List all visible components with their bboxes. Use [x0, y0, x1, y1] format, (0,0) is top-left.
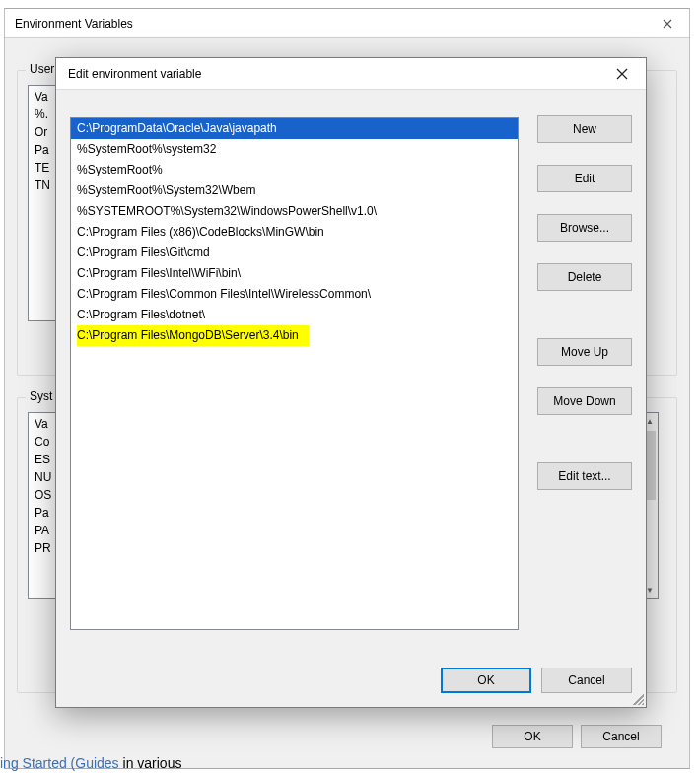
cancel-button[interactable]: Cancel	[541, 668, 632, 693]
env-vars-cancel-button[interactable]: Cancel	[581, 725, 662, 748]
browse-button[interactable]: Browse...	[537, 214, 632, 242]
path-row-highlight-span: C:\Program Files\MongoDB\Server\3.4\bin	[77, 325, 309, 346]
path-row[interactable]: C:\ProgramData\Oracle\Java\javapath	[71, 118, 518, 139]
resize-grip[interactable]	[630, 691, 644, 705]
edit-text-button[interactable]: Edit text...	[537, 462, 632, 490]
new-button[interactable]: New	[537, 115, 632, 143]
path-row[interactable]: C:\Program Files\dotnet\	[71, 305, 518, 325]
path-row[interactable]: C:\Program Files (x86)\CodeBlocks\MinGW\…	[71, 222, 518, 243]
edit-env-var-close-button[interactable]	[606, 63, 638, 85]
move-down-button[interactable]: Move Down	[537, 387, 632, 415]
path-row[interactable]: %SystemRoot%	[71, 160, 518, 180]
env-vars-footer-buttons: OK Cancel	[492, 725, 662, 748]
env-vars-title: Environment Variables	[15, 17, 133, 31]
close-icon	[616, 68, 628, 80]
fragment-link: ing Started (Guides	[0, 755, 119, 771]
env-vars-ok-button[interactable]: OK	[492, 725, 573, 748]
edit-env-var-body: C:\ProgramData\Oracle\Java\javapath %Sys…	[70, 105, 632, 693]
system-vars-label: Syst	[26, 389, 56, 403]
path-row[interactable]: %SystemRoot%\system32	[71, 139, 518, 160]
edit-env-var-titlebar: Edit environment variable	[56, 58, 646, 90]
edit-env-var-dialog: Edit environment variable C:\ProgramData…	[55, 57, 647, 708]
fragment-tail: in various	[119, 755, 182, 771]
user-vars-label: User	[26, 62, 58, 76]
background-text-fragment: ing Started (Guides in various	[0, 755, 181, 771]
path-row[interactable]: %SystemRoot%\System32\Wbem	[71, 180, 518, 201]
env-vars-close-button[interactable]	[654, 14, 681, 34]
env-vars-titlebar: Environment Variables	[5, 9, 689, 38]
close-icon	[663, 19, 672, 29]
edit-env-var-footer-buttons: OK Cancel	[441, 668, 632, 693]
path-row[interactable]: %SYSTEMROOT%\System32\WindowsPowerShell\…	[71, 201, 518, 222]
path-row[interactable]: C:\Program Files\Intel\WiFi\bin\	[71, 263, 518, 284]
path-row[interactable]: C:\Program Files\Common Files\Intel\Wire…	[71, 284, 518, 305]
path-row-highlighted[interactable]: C:\Program Files\MongoDB\Server\3.4\bin	[71, 325, 518, 346]
edit-env-var-title: Edit environment variable	[68, 67, 201, 81]
edit-button[interactable]: Edit	[537, 165, 632, 192]
move-up-button[interactable]: Move Up	[537, 338, 632, 366]
side-buttons: New Edit Browse... Delete Move Up Move D…	[537, 115, 632, 490]
path-row[interactable]: C:\Program Files\Git\cmd	[71, 243, 518, 263]
delete-button[interactable]: Delete	[537, 263, 632, 291]
ok-button[interactable]: OK	[441, 668, 531, 693]
path-list[interactable]: C:\ProgramData\Oracle\Java\javapath %Sys…	[70, 117, 519, 630]
